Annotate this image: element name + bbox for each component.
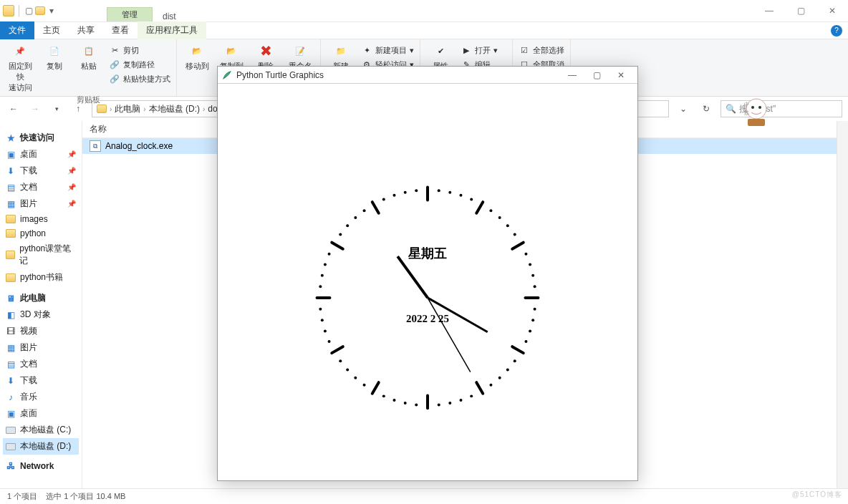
breadcrumb-icon	[97, 105, 107, 113]
close-button[interactable]: ✕	[816, 1, 848, 21]
cut-button[interactable]: ✂剪切	[107, 44, 172, 57]
back-button[interactable]: ←	[6, 101, 21, 117]
move-to-button[interactable]: 📂移动到	[181, 41, 213, 73]
nav-desktop2[interactable]: ▣桌面	[3, 405, 79, 422]
nav-quick-access[interactable]: ★快速访问	[3, 130, 79, 146]
pin-icon: 📌	[67, 150, 76, 158]
paste-shortcut-button[interactable]: 🔗粘贴快捷方式	[107, 72, 172, 85]
turtle-window[interactable]: Python Turtle Graphics — ▢ ✕ 星期五 2022 2 …	[217, 66, 638, 481]
help-button[interactable]: ?	[831, 25, 842, 37]
qat-dropdown-icon[interactable]: ▾	[47, 6, 57, 16]
svg-point-42	[363, 384, 366, 387]
address-dropdown[interactable]: ⌄	[675, 100, 692, 117]
turtle-maximize-button[interactable]: ▢	[584, 67, 609, 83]
nav-this-pc[interactable]: 🖥此电脑	[3, 290, 79, 306]
crumb-drive-d[interactable]: 本地磁盘 (D:)	[149, 103, 200, 115]
up-button[interactable]: ↑	[70, 101, 86, 117]
pictures-icon: ▦	[6, 343, 16, 353]
svg-point-20	[534, 285, 536, 288]
pictures-icon: ▦	[6, 199, 16, 209]
turtle-minimize-button[interactable]: —	[560, 67, 584, 83]
svg-point-64	[404, 191, 407, 194]
nav-pane[interactable]: ★快速访问 ▣桌面📌 ⬇下载📌 ▤文档📌 ▦图片📌 images python …	[0, 121, 82, 488]
maximize-button[interactable]: ▢	[785, 1, 816, 21]
nav-music[interactable]: ♪音乐	[3, 389, 79, 405]
svg-point-39	[393, 399, 396, 402]
copy-icon: 📄	[46, 42, 63, 59]
pin-icon: 📌	[11, 42, 29, 59]
nav-downloads[interactable]: ⬇下载📌	[3, 163, 79, 179]
nav-desktop[interactable]: ▣桌面📌	[3, 146, 79, 163]
recent-dropdown[interactable]: ▾	[49, 101, 64, 117]
documents-icon: ▤	[6, 183, 16, 193]
tab-home[interactable]: 主页	[34, 21, 69, 39]
hour-hand	[398, 256, 428, 298]
nav-drive-d[interactable]: 本地磁盘 (D:)	[3, 438, 79, 455]
paste-button[interactable]: 📋粘贴	[73, 41, 105, 73]
forward-button[interactable]: →	[27, 101, 43, 117]
svg-point-63	[393, 194, 396, 197]
nav-images[interactable]: images	[3, 212, 79, 226]
svg-point-29	[498, 377, 501, 379]
nav-pictures2[interactable]: ▦图片	[3, 339, 79, 356]
svg-point-23	[531, 319, 534, 321]
nav-downloads2[interactable]: ⬇下载	[3, 372, 79, 389]
minimize-button[interactable]: —	[753, 1, 785, 21]
nav-python-books[interactable]: python书籍	[3, 269, 79, 286]
open-icon: ▶	[461, 44, 472, 56]
refresh-button[interactable]: ↻	[698, 100, 715, 117]
copy-button[interactable]: 📄复制	[39, 41, 70, 73]
svg-text:中: 中	[744, 102, 749, 107]
tab-view[interactable]: 查看	[103, 21, 138, 39]
svg-point-13	[498, 216, 501, 219]
tab-app-tools[interactable]: 应用程序工具	[138, 21, 206, 39]
svg-line-56	[332, 243, 343, 249]
new-item-button[interactable]: ✦新建项目 ▾	[360, 44, 415, 57]
network-icon: 🖧	[6, 461, 16, 471]
nav-python[interactable]: python	[3, 226, 79, 241]
qat-folder-icon[interactable]	[35, 6, 45, 15]
nav-documents[interactable]: ▤文档📌	[3, 179, 79, 195]
open-button[interactable]: ▶打开 ▾	[459, 44, 508, 57]
3d-icon: ◧	[6, 310, 16, 320]
crumb-this-pc[interactable]: 此电脑	[115, 103, 140, 115]
svg-point-52	[319, 285, 322, 288]
contextual-tab[interactable]: 管理	[107, 7, 153, 21]
new-folder-icon: 📁	[332, 42, 350, 59]
svg-line-16	[512, 243, 524, 249]
pc-icon: 🖥	[6, 294, 16, 304]
select-all-icon: ☑	[519, 44, 530, 56]
svg-point-24	[529, 329, 531, 332]
svg-point-44	[346, 369, 349, 372]
nav-3d-objects[interactable]: ◧3D 对象	[3, 306, 79, 323]
nav-documents2[interactable]: ▤文档	[3, 356, 79, 372]
svg-line-11	[476, 202, 483, 213]
pin-quick-access-button[interactable]: 📌固定到快 速访问	[4, 41, 36, 94]
copy-path-button[interactable]: 🔗复制路径	[107, 58, 172, 71]
turtle-close-button[interactable]: ✕	[609, 67, 633, 83]
tab-file[interactable]: 文件	[0, 21, 34, 39]
svg-point-22	[534, 308, 536, 311]
nav-videos[interactable]: 🎞视频	[3, 323, 79, 339]
rename-icon: 📝	[292, 42, 309, 59]
svg-point-17	[524, 253, 527, 256]
svg-point-65	[415, 189, 418, 192]
nav-network[interactable]: 🖧Network	[3, 459, 79, 473]
mascot-image: 中筋	[737, 93, 776, 132]
nav-pictures[interactable]: ▦图片📌	[3, 195, 79, 212]
tab-share[interactable]: 共享	[69, 21, 103, 39]
scrollbar[interactable]	[837, 121, 848, 488]
turtle-titlebar[interactable]: Python Turtle Graphics — ▢ ✕	[218, 67, 637, 84]
svg-point-49	[321, 319, 324, 321]
svg-point-47	[328, 340, 331, 343]
svg-point-12	[489, 209, 492, 212]
svg-point-19	[531, 274, 534, 277]
window-titlebar: ▢ ▾ 管理 dist — ▢ ✕	[0, 0, 848, 22]
nav-drive-c[interactable]: 本地磁盘 (C:)	[3, 422, 79, 438]
qat-save-icon[interactable]: ▢	[24, 6, 34, 16]
copy-to-icon: 📂	[223, 42, 240, 59]
search-icon: 🔍	[726, 104, 736, 114]
nav-python-notes[interactable]: python课堂笔记	[3, 241, 79, 269]
desktop-icon: ▣	[6, 150, 16, 160]
select-all-button[interactable]: ☑全部选择	[517, 44, 566, 57]
